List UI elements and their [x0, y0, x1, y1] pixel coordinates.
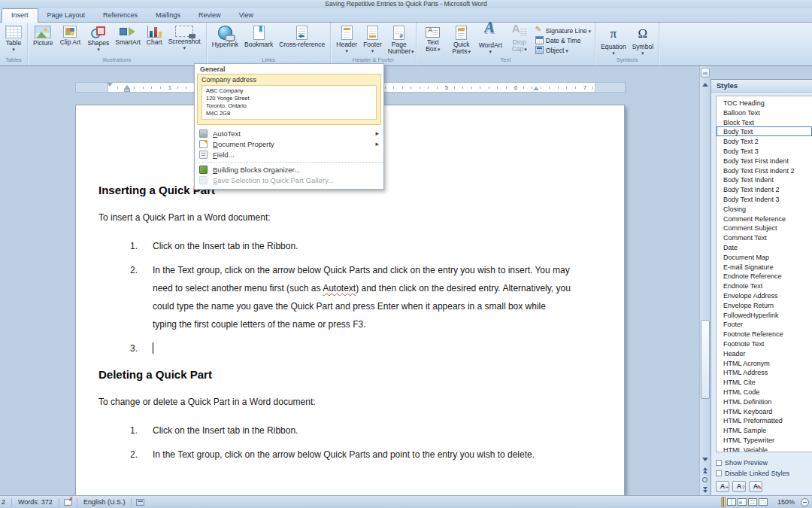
date-time-button[interactable]: Date & Time — [535, 35, 591, 45]
wordart-button[interactable]: WordArt — [476, 24, 505, 56]
style-item[interactable]: Body Text 3 — [717, 146, 812, 156]
cross-reference-button[interactable]: Cross-reference — [276, 24, 328, 56]
footer-button[interactable]: Footer — [360, 24, 385, 56]
hyperlink-button[interactable]: Hyperlink — [209, 24, 241, 56]
bookmark-button[interactable]: Bookmark — [241, 24, 276, 56]
style-item[interactable]: Document Map — [717, 252, 812, 262]
tab-page-layout[interactable]: Page Layout — [38, 9, 95, 22]
symbol-button[interactable]: Ω Symbol — [629, 24, 656, 56]
style-item[interactable]: Comment Text — [717, 233, 812, 242]
tab-review[interactable]: Review — [189, 9, 230, 22]
style-item[interactable]: Envelope Address — [717, 291, 812, 300]
menu-item[interactable]: Building Blocks Organizer... — [195, 162, 383, 175]
page-indicator[interactable]: 2 — [0, 498, 7, 506]
zoom-out-button[interactable] — [801, 498, 809, 506]
style-item[interactable]: HTML Variable — [717, 445, 812, 452]
style-item[interactable]: Comment Subject — [717, 223, 812, 233]
style-item[interactable]: Footnote Reference — [717, 329, 812, 339]
page-number-button[interactable]: Page Number — [385, 24, 414, 56]
style-item[interactable]: Block Text — [717, 117, 812, 127]
clip-art-button[interactable]: Clip Art — [56, 24, 84, 56]
picture-button[interactable]: Picture — [30, 24, 56, 56]
menu-item[interactable]: AutoText — [195, 128, 383, 138]
zoom-level[interactable]: 150% — [776, 498, 796, 506]
next-page-button[interactable] — [701, 486, 710, 494]
tab-insert[interactable]: Insert — [2, 8, 38, 23]
header-button[interactable]: Header — [333, 24, 360, 56]
tab-view[interactable]: View — [230, 9, 262, 22]
smartart-button[interactable]: SmartArt — [112, 24, 144, 56]
drop-cap-button[interactable]: Drop Cap — [505, 24, 534, 56]
scroll-down-arrow[interactable] — [702, 458, 708, 461]
left-indent-marker[interactable] — [124, 89, 130, 92]
style-item[interactable]: Endnote Text — [717, 281, 812, 291]
language-indicator[interactable]: English (U.S.) — [82, 498, 127, 506]
new-style-button[interactable]: A+ — [716, 481, 729, 492]
tab-references[interactable]: References — [94, 9, 147, 22]
style-item[interactable]: Body Text — [717, 126, 812, 136]
word-count[interactable]: Words: 372 — [17, 498, 54, 506]
view-ruler-toggle-button[interactable] — [701, 68, 710, 78]
shapes-button[interactable]: Shapes — [84, 24, 112, 56]
select-browse-object-button[interactable] — [702, 477, 707, 482]
style-item[interactable]: Body Text First Indent 2 — [717, 166, 812, 175]
disable-linked-styles-checkbox-row[interactable]: Disable Linked Styles — [716, 469, 789, 478]
style-item[interactable]: Balloon Text — [717, 108, 812, 117]
outline-view-button[interactable] — [748, 498, 757, 506]
show-preview-checkbox-row[interactable]: Show Preview — [716, 458, 768, 467]
table-button[interactable]: Table — [2, 24, 25, 56]
web-layout-view-button[interactable] — [738, 498, 747, 506]
style-item[interactable]: Body Text First Indent — [717, 156, 812, 166]
style-item[interactable]: HTML Acronym — [717, 358, 812, 368]
style-item[interactable]: Envelope Return — [717, 300, 812, 310]
right-indent-marker[interactable] — [533, 87, 539, 90]
style-item[interactable]: Comment Reference — [717, 214, 812, 224]
style-item[interactable]: HTML Typewriter — [717, 435, 812, 445]
style-item[interactable]: HTML Sample — [717, 425, 812, 435]
first-line-indent-marker[interactable] — [107, 83, 113, 87]
style-inspector-button[interactable]: A? — [732, 481, 746, 492]
style-item[interactable]: Body Text Indent 3 — [717, 194, 812, 204]
style-item[interactable]: FollowedHyperlink — [717, 310, 812, 320]
object-button[interactable]: Object — [535, 45, 591, 55]
draft-view-button[interactable] — [759, 498, 768, 506]
scrollbar-thumb[interactable] — [701, 320, 710, 399]
gallery-item-company-address[interactable]: Company address ABC Company120 Yonge Str… — [197, 74, 381, 125]
print-layout-view-button[interactable] — [721, 497, 726, 507]
quick-parts-button[interactable]: Quick Parts — [447, 24, 476, 56]
menu-item[interactable]: Save Selection to Quick Part Gallery... — [195, 175, 383, 185]
style-item[interactable]: Footnote Text — [717, 339, 812, 348]
menu-item[interactable]: Document Property — [195, 138, 383, 149]
proofing-errors-icon[interactable] — [64, 499, 72, 506]
style-item[interactable]: HTML Keyboard — [717, 406, 812, 416]
previous-page-button[interactable] — [701, 467, 710, 476]
manage-styles-button[interactable]: A✎ — [749, 481, 762, 492]
style-item[interactable]: HTML Definition — [717, 397, 812, 406]
macro-record-icon[interactable] — [136, 499, 144, 506]
signature-line-button[interactable]: Signature Line — [535, 26, 591, 35]
style-item[interactable]: TOC Heading — [717, 98, 812, 108]
chart-button[interactable]: Chart — [144, 24, 165, 56]
text-box-button[interactable]: Text Box — [419, 24, 447, 56]
scroll-up-arrow[interactable] — [702, 83, 708, 87]
style-item[interactable]: Header — [717, 348, 812, 358]
style-item[interactable]: E-mail Signature — [717, 262, 812, 272]
style-item[interactable]: Body Text 2 — [717, 136, 812, 146]
style-item[interactable]: HTML Cite — [717, 377, 812, 387]
style-item[interactable]: HTML Preformatted — [717, 415, 812, 425]
screenshot-button[interactable]: Screenshot — [165, 24, 204, 56]
style-item[interactable]: Footer — [717, 319, 812, 329]
style-item[interactable]: Body Text Indent 2 — [717, 184, 812, 194]
full-screen-reading-view-button[interactable] — [727, 498, 736, 506]
menu-item[interactable]: Field... — [195, 149, 383, 160]
style-item[interactable]: HTML Code — [717, 387, 812, 397]
style-item[interactable]: Body Text Indent — [717, 175, 812, 184]
checkbox[interactable] — [716, 460, 722, 466]
style-item[interactable]: HTML Address — [717, 367, 812, 377]
checkbox[interactable] — [716, 470, 722, 476]
equation-button[interactable]: π Equation — [598, 24, 629, 56]
style-item[interactable]: Closing — [717, 204, 812, 214]
tab-mailings[interactable]: Mailings — [147, 9, 189, 22]
style-item[interactable]: Endnote Reference — [717, 271, 812, 281]
style-item[interactable]: Date — [717, 242, 812, 252]
